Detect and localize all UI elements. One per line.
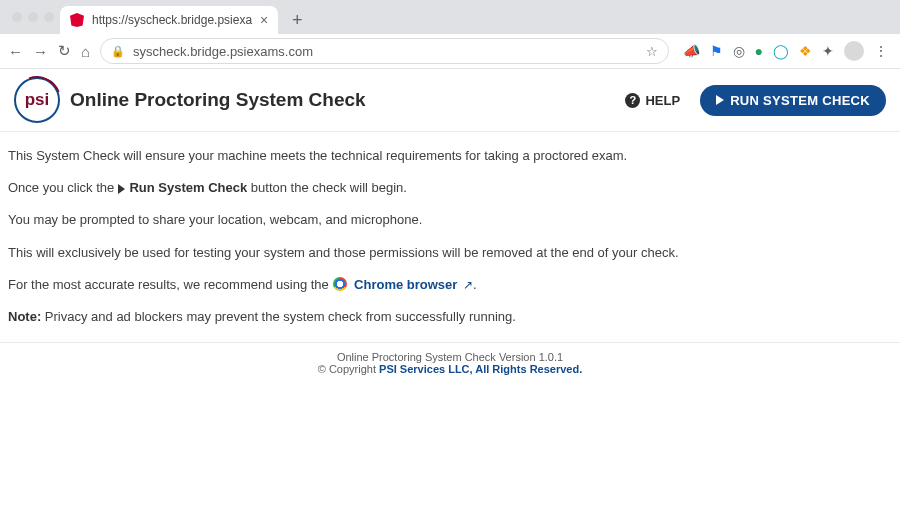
chrome-browser-link[interactable]: Chrome browser bbox=[354, 277, 457, 292]
external-link-icon: ↗ bbox=[463, 278, 473, 292]
p5-post: . bbox=[473, 277, 477, 292]
run-system-check-button[interactable]: RUN SYSTEM CHECK bbox=[700, 85, 886, 116]
bookmark-star-icon[interactable]: ☆ bbox=[646, 44, 658, 59]
ext-puzzle-icon[interactable]: ✦ bbox=[822, 43, 834, 59]
ext-shield-icon[interactable]: ● bbox=[755, 43, 763, 59]
nav-back-icon[interactable]: ← bbox=[8, 43, 23, 60]
psi-logo-icon: psi bbox=[14, 77, 60, 123]
note-label: Note: bbox=[8, 309, 41, 324]
window-max-dot[interactable] bbox=[44, 12, 54, 22]
intro-para-4: This will exclusively be used for testin… bbox=[8, 244, 892, 262]
tab-close-icon[interactable]: × bbox=[260, 13, 268, 27]
intro-para-3: You may be prompted to share your locati… bbox=[8, 211, 892, 229]
ext-megaphone-icon[interactable]: 📣 bbox=[683, 43, 700, 59]
intro-para-1: This System Check will ensure your machi… bbox=[8, 147, 892, 165]
ext-circle-icon[interactable]: ◎ bbox=[733, 43, 745, 59]
intro-para-6: Note: Privacy and ad blockers may preven… bbox=[8, 308, 892, 326]
lock-icon: 🔒 bbox=[111, 45, 125, 58]
browser-toolbar: ← → ↻ ⌂ 🔒 syscheck.bridge.psiexams.com ☆… bbox=[0, 34, 900, 69]
nav-forward-icon[interactable]: → bbox=[33, 43, 48, 60]
angular-favicon-icon bbox=[70, 13, 84, 27]
p5-pre: For the most accurate results, we recomm… bbox=[8, 277, 332, 292]
main-content: This System Check will ensure your machi… bbox=[0, 132, 900, 342]
browser-menu-icon[interactable]: ⋮ bbox=[874, 43, 888, 59]
inline-play-icon bbox=[118, 184, 125, 194]
ext-flag-icon[interactable]: ⚑ bbox=[710, 43, 723, 59]
footer-psi-link[interactable]: PSI Services LLC, All Rights Reserved. bbox=[379, 363, 582, 375]
play-icon bbox=[716, 95, 724, 105]
profile-avatar-icon[interactable] bbox=[844, 41, 864, 61]
nav-reload-icon[interactable]: ↻ bbox=[58, 42, 71, 60]
window-close-dot[interactable] bbox=[12, 12, 22, 22]
chrome-logo-icon bbox=[333, 277, 347, 291]
ext-color-icon[interactable]: ❖ bbox=[799, 43, 812, 59]
extension-icons: 📣 ⚑ ◎ ● ◯ ❖ ✦ ⋮ bbox=[679, 41, 892, 61]
url-text: syscheck.bridge.psiexams.com bbox=[133, 44, 313, 59]
window-controls bbox=[8, 12, 54, 34]
ext-chat-icon[interactable]: ◯ bbox=[773, 43, 789, 59]
help-icon: ? bbox=[625, 93, 640, 108]
p2-pre: Once you click the bbox=[8, 180, 118, 195]
app-header: psi Online Proctoring System Check ? HEL… bbox=[0, 69, 900, 132]
help-label: HELP bbox=[645, 93, 680, 108]
page-footer: Online Proctoring System Check Version 1… bbox=[0, 342, 900, 383]
footer-version: Online Proctoring System Check Version 1… bbox=[0, 351, 900, 363]
window-min-dot[interactable] bbox=[28, 12, 38, 22]
footer-copyright: © Copyright bbox=[318, 363, 379, 375]
run-label: RUN SYSTEM CHECK bbox=[730, 93, 870, 108]
browser-tab[interactable]: https://syscheck.bridge.psiexa × bbox=[60, 6, 278, 34]
tab-title: https://syscheck.bridge.psiexa bbox=[92, 13, 252, 27]
address-bar[interactable]: 🔒 syscheck.bridge.psiexams.com ☆ bbox=[100, 38, 668, 64]
browser-titlebar: https://syscheck.bridge.psiexa × + bbox=[0, 0, 900, 34]
note-text: Privacy and ad blockers may prevent the … bbox=[45, 309, 516, 324]
help-button[interactable]: ? HELP bbox=[615, 89, 690, 112]
intro-para-2: Once you click the Run System Check butt… bbox=[8, 179, 892, 197]
p2-post: button the check will begin. bbox=[251, 180, 407, 195]
new-tab-button[interactable]: + bbox=[284, 7, 310, 33]
nav-home-icon[interactable]: ⌂ bbox=[81, 43, 90, 60]
intro-para-5: For the most accurate results, we recomm… bbox=[8, 276, 892, 294]
p2-bold: Run System Check bbox=[129, 180, 247, 195]
page-title: Online Proctoring System Check bbox=[70, 89, 366, 111]
